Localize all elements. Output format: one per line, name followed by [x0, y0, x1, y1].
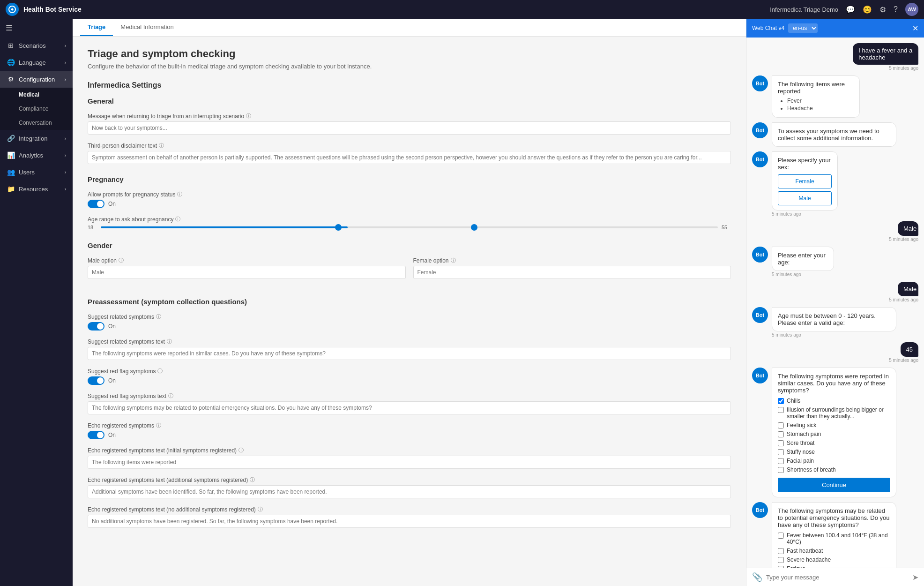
pregnancy-age-label: Age range to ask about pregnancy ⓘ	[88, 216, 731, 223]
choice-female[interactable]: Female	[778, 174, 832, 188]
sidebar-item-integration[interactable]: 🔗 Integration ›	[0, 130, 73, 147]
suggest-related-toggle[interactable]	[88, 322, 104, 331]
echo-none-input[interactable]	[88, 515, 731, 528]
emoji-icon-btn[interactable]: 😊	[863, 5, 872, 14]
sidebar-item-users[interactable]: 👥 Users ›	[0, 164, 73, 180]
gender-section: Gender Male option ⓘ Female option	[88, 241, 731, 286]
info-icon[interactable]: ⓘ	[167, 338, 172, 345]
sore-throat-checkbox[interactable]	[778, 440, 784, 446]
male-option-field: Male option ⓘ	[88, 257, 406, 279]
echo-additional-input[interactable]	[88, 485, 731, 498]
info-icon[interactable]: ⓘ	[168, 392, 173, 399]
chat-icon-btn[interactable]: 💬	[846, 5, 855, 14]
info-icon[interactable]: ⓘ	[246, 113, 251, 120]
fever-high-checkbox[interactable]	[778, 533, 784, 539]
sidebar-item-language[interactable]: 🌐 Language ›	[0, 54, 73, 71]
sidebar-item-configuration[interactable]: ⚙ Configuration ›	[0, 71, 73, 88]
echo-registered-toggle[interactable]	[88, 431, 104, 439]
chills-checkbox[interactable]	[778, 398, 784, 404]
page-subtitle: Configure the behavior of the built-in m…	[88, 63, 731, 70]
user-message-5: Male 5 minutes ago	[889, 221, 918, 242]
sidebar-item-analytics[interactable]: 📊 Analytics ›	[0, 147, 73, 164]
bot-message-4: Bot Please specify your sex: Female Male…	[752, 151, 918, 217]
female-option-input[interactable]	[413, 266, 731, 279]
send-button[interactable]: ➤	[912, 573, 918, 582]
stuffy-nose-checkbox[interactable]	[778, 449, 784, 455]
stomach-pain-checkbox[interactable]	[778, 431, 784, 437]
checkbox-facial-pain[interactable]: Facial pain	[778, 458, 890, 464]
info-icon[interactable]: ⓘ	[451, 257, 456, 264]
info-icon[interactable]: ⓘ	[258, 506, 263, 513]
tab-medical-info[interactable]: Medical Information	[113, 19, 181, 36]
chills-label: Chills	[787, 398, 800, 404]
pregnancy-toggle[interactable]	[88, 200, 104, 208]
info-icon[interactable]: ⓘ	[250, 476, 255, 483]
shortness-breath-checkbox[interactable]	[778, 467, 784, 473]
slider-track[interactable]	[101, 226, 718, 228]
hamburger-button[interactable]: ☰	[0, 19, 73, 37]
male-option-input[interactable]	[88, 266, 406, 279]
content-inner: Triage and symptom checking Configure th…	[73, 37, 746, 550]
bot-message-6: Bot Please enter your age: 5 minutes ago	[752, 247, 918, 277]
illusion-checkbox[interactable]	[778, 407, 784, 413]
settings-icon-btn[interactable]: ⚙	[879, 5, 886, 14]
echo-none-label: Echo registered symptoms text (no additi…	[88, 506, 731, 513]
severe-headache-checkbox[interactable]	[778, 557, 784, 563]
slider-min-val: 18	[88, 225, 97, 230]
lang-selector[interactable]: en-us	[788, 23, 818, 33]
checkbox-fever-high[interactable]: Fever between 100.4 and 104°F (38 and 40…	[778, 532, 890, 545]
info-icon[interactable]: ⓘ	[175, 216, 180, 223]
bot-avatar: Bot	[752, 75, 768, 91]
suggest-red-flag-toggle[interactable]	[88, 376, 104, 385]
suggest-related-text-input[interactable]	[88, 347, 731, 360]
continue-button[interactable]: Continue	[778, 478, 890, 492]
attach-button[interactable]: 📎	[752, 572, 762, 582]
info-icon[interactable]: ⓘ	[156, 313, 161, 320]
chat-close-button[interactable]: ✕	[912, 24, 918, 33]
user-avatar[interactable]: AW	[905, 3, 918, 16]
info-icon[interactable]: ⓘ	[119, 257, 124, 264]
content-area: Triage Medical Information Triage and sy…	[73, 19, 924, 586]
checkbox-feeling-sick[interactable]: Feeling sick	[778, 422, 890, 428]
slider-thumb-right[interactable]	[471, 224, 477, 231]
suggest-red-flag-text-input[interactable]	[88, 401, 731, 414]
feeling-sick-checkbox[interactable]	[778, 422, 784, 428]
chevron-icon: ›	[65, 153, 66, 158]
bot-message-11: Bot The following symptoms may be relate…	[752, 502, 918, 568]
checkbox-illusion[interactable]: Illusion of surroundings being bigger or…	[778, 406, 890, 420]
checkbox-severe-headache[interactable]: Severe headache	[778, 556, 890, 563]
choice-male[interactable]: Male	[778, 191, 832, 205]
sidebar-item-scenarios[interactable]: ⊞ Scenarios ›	[0, 37, 73, 54]
tab-triage[interactable]: Triage	[80, 19, 113, 36]
checkbox-fast-heartbeat[interactable]: Fast heartbeat	[778, 548, 890, 554]
info-icon[interactable]: ⓘ	[159, 142, 164, 149]
checkbox-shortness-breath[interactable]: Shortness of breath	[778, 466, 890, 473]
info-icon[interactable]: ⓘ	[156, 422, 161, 429]
checkbox-chills[interactable]: Chills	[778, 398, 890, 404]
subnav-compliance[interactable]: Compliance	[0, 102, 73, 116]
page-title: Triage and symptom checking	[88, 48, 731, 60]
bot-avatar: Bot	[752, 368, 768, 383]
info-icon[interactable]: ⓘ	[238, 447, 244, 454]
echo-initial-label: Echo registered symptoms text (initial s…	[88, 447, 731, 454]
fast-heartbeat-checkbox[interactable]	[778, 548, 784, 554]
checkbox-stuffy-nose[interactable]: Stuffy nose	[778, 449, 890, 455]
chat-input[interactable]	[766, 574, 912, 581]
facial-pain-checkbox[interactable]	[778, 458, 784, 464]
help-icon-btn[interactable]: ?	[894, 5, 898, 14]
checkbox-stomach-pain[interactable]: Stomach pain	[778, 431, 890, 437]
subnav-conversation[interactable]: Conversation	[0, 116, 73, 130]
info-icon[interactable]: ⓘ	[157, 368, 163, 375]
sidebar-item-resources[interactable]: 📁 Resources ›	[0, 180, 73, 197]
bot-message-8: Bot Age must be between 0 - 120 years. P…	[752, 307, 918, 338]
echo-initial-input[interactable]	[88, 456, 731, 469]
checkbox-sore-throat[interactable]: Sore throat	[778, 440, 890, 446]
message-returning-field: Message when returning to triage from an…	[88, 113, 731, 135]
info-icon[interactable]: ⓘ	[177, 191, 182, 198]
third-person-input[interactable]	[88, 151, 731, 164]
message-returning-input[interactable]	[88, 121, 731, 135]
echo-registered-toggle-row: On	[88, 431, 731, 439]
slider-thumb-left[interactable]	[335, 224, 342, 231]
subnav-medical[interactable]: Medical	[0, 88, 73, 102]
suggest-related-field: Suggest related symptoms ⓘ On	[88, 313, 731, 331]
